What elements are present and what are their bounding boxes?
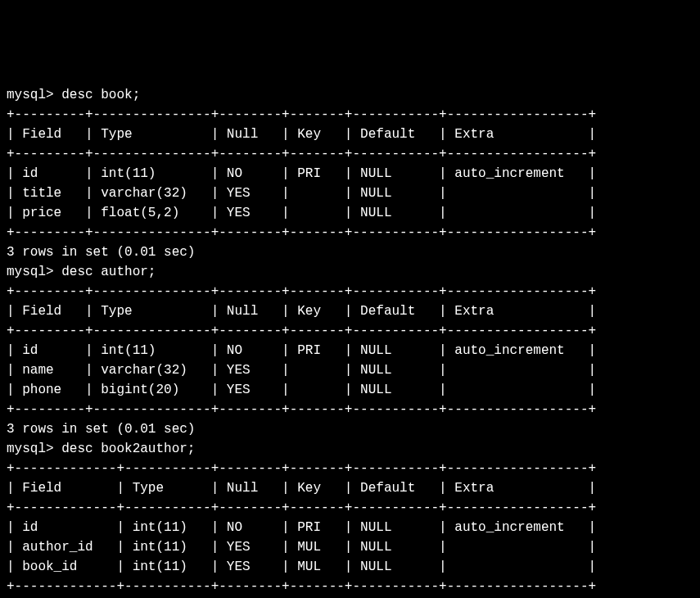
table-row: | title | varchar(32) | YES | | NULL | | xyxy=(7,183,693,203)
table-header-row: | Field | Type | Null | Key | Default | … xyxy=(7,125,693,144)
result-footer: 3 rows in set (0.01 sec) xyxy=(7,242,693,262)
table-header-row: | Field | Type | Null | Key | Default | … xyxy=(7,301,693,321)
result-footer: 3 rows in set (0.01 sec) xyxy=(7,419,693,439)
table-border: +---------+---------------+--------+----… xyxy=(7,282,693,301)
sql-command: desc book2author; xyxy=(61,442,195,456)
table-row: | id | int(11) | NO | PRI | NULL | auto_… xyxy=(7,518,693,537)
table-border: +-------------+-----------+--------+----… xyxy=(7,498,693,518)
table-border: +---------+---------------+--------+----… xyxy=(7,105,693,125)
table-row: | phone | bigint(20) | YES | | NULL | | xyxy=(7,380,693,400)
table-header-row: | Field | Type | Null | Key | Default | … xyxy=(7,478,693,498)
table-border: +---------+---------------+--------+----… xyxy=(7,400,693,419)
table-border: +---------+---------------+--------+----… xyxy=(7,144,693,164)
table-row: | book_id | int(11) | YES | MUL | NULL |… xyxy=(7,557,693,577)
table-border: +---------+---------------+--------+----… xyxy=(7,321,693,341)
table-border: +-------------+-----------+--------+----… xyxy=(7,577,693,596)
sql-command: desc author; xyxy=(61,265,156,279)
prompt-line[interactable]: mysql> desc book; xyxy=(7,85,693,105)
mysql-terminal[interactable]: mysql> desc book;+---------+------------… xyxy=(7,85,693,598)
table-row: | author_id | int(11) | YES | MUL | NULL… xyxy=(7,537,693,557)
table-row: | id | int(11) | NO | PRI | NULL | auto_… xyxy=(7,164,693,183)
table-border: +---------+---------------+--------+----… xyxy=(7,223,693,242)
mysql-prompt: mysql> xyxy=(7,88,61,102)
mysql-prompt: mysql> xyxy=(7,265,61,279)
sql-command: desc book; xyxy=(61,88,140,102)
prompt-line[interactable]: mysql> desc book2author; xyxy=(7,439,693,459)
table-row: | name | varchar(32) | YES | | NULL | | xyxy=(7,360,693,380)
prompt-line[interactable]: mysql> desc author; xyxy=(7,262,693,282)
table-row: | id | int(11) | NO | PRI | NULL | auto_… xyxy=(7,341,693,360)
mysql-prompt: mysql> xyxy=(7,442,61,456)
table-border: +-------------+-----------+--------+----… xyxy=(7,459,693,478)
table-row: | price | float(5,2) | YES | | NULL | | xyxy=(7,203,693,223)
